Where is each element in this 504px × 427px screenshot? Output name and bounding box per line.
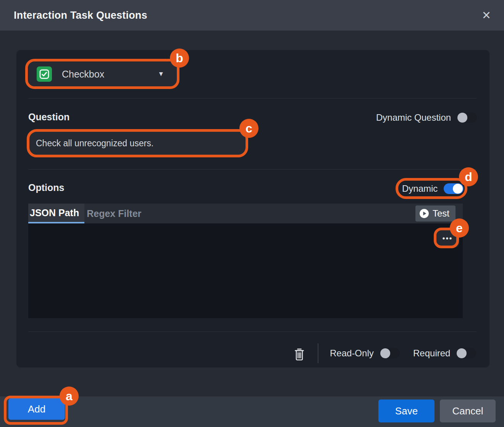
toggle-knob (453, 184, 463, 194)
ellipsis-button[interactable]: ••• (436, 229, 459, 247)
question-input-value: Check all unrecognized users. (36, 138, 153, 149)
delete-question-button[interactable] (293, 347, 305, 362)
options-dynamic-toggle-row: Dynamic (402, 183, 464, 194)
dynamic-question-toggle[interactable] (457, 112, 477, 123)
dynamic-question-toggle-row: Dynamic Question (376, 112, 477, 123)
readonly-toggle[interactable] (380, 348, 400, 359)
chevron-down-icon: ▼ (158, 70, 164, 78)
options-table-header: JSON Path Regex Filter Test (28, 204, 463, 223)
question-input[interactable]: Check all unrecognized users. (29, 132, 245, 155)
checkbox-icon (37, 66, 52, 82)
column-header-json-path[interactable]: JSON Path (28, 204, 84, 223)
options-dynamic-label: Dynamic (402, 183, 438, 194)
toggle-knob (457, 113, 467, 123)
required-label: Required (413, 348, 450, 359)
play-icon (419, 209, 429, 218)
add-button[interactable]: Add (8, 398, 65, 420)
modal-title: Interaction Task Questions (14, 10, 147, 21)
dynamic-question-label: Dynamic Question (376, 112, 451, 123)
modal-titlebar: Interaction Task Questions ✕ (0, 0, 504, 31)
test-button[interactable]: Test (415, 205, 456, 222)
test-button-label: Test (433, 208, 449, 219)
options-dynamic-toggle[interactable] (444, 183, 464, 194)
readonly-label: Read-Only (330, 348, 374, 359)
divider (28, 98, 477, 99)
column-header-regex-filter[interactable]: Regex Filter (84, 204, 148, 223)
question-label: Question (28, 112, 69, 123)
question-type-value: Checkbox (62, 69, 104, 80)
options-label: Options (28, 182, 64, 193)
readonly-toggle-row: Read-Only (330, 348, 400, 359)
cancel-button[interactable]: Cancel (440, 400, 496, 422)
required-toggle-row: Required (413, 348, 476, 359)
divider (28, 169, 477, 170)
close-icon[interactable]: ✕ (482, 10, 491, 21)
question-type-dropdown[interactable]: Checkbox ▼ (28, 62, 176, 86)
toggle-knob (457, 348, 467, 358)
save-button[interactable]: Save (378, 400, 435, 422)
divider (28, 332, 477, 332)
required-toggle[interactable] (456, 348, 476, 359)
options-table-body[interactable] (28, 223, 463, 318)
vertical-divider (318, 343, 318, 363)
toggle-knob (380, 348, 390, 358)
